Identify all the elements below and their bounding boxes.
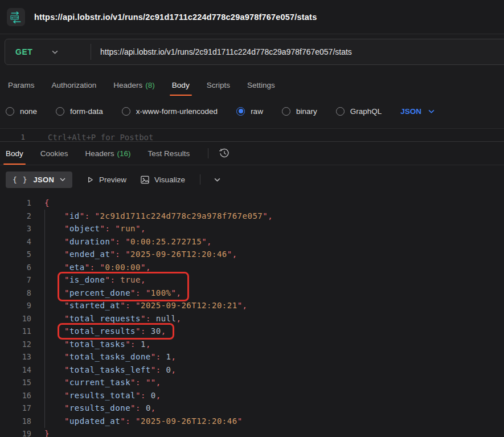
- method-select[interactable]: GET: [5, 39, 91, 64]
- code-text: "duration": "0:00:25.272715",: [44, 235, 212, 248]
- code-text: "started_at": "2025-09-26T12:20:21",: [44, 299, 248, 312]
- radio-label: binary: [296, 107, 317, 116]
- code-line: 17"results_done": 0,: [0, 402, 504, 415]
- visualize-button[interactable]: Visualize: [140, 175, 185, 185]
- divider: [208, 148, 208, 158]
- code-line: 18"updated_at": "2025-09-26T12:20:46": [0, 415, 504, 428]
- line-number: 15: [0, 376, 31, 389]
- response-format-select[interactable]: { } JSON: [6, 171, 72, 188]
- line-number: 16: [0, 389, 31, 402]
- tab-count: (16): [117, 149, 131, 158]
- code-line: 15"current_task": "",: [0, 376, 504, 389]
- radio-unselected-icon: [56, 107, 64, 116]
- tab-label: Params: [8, 81, 35, 89]
- request-tab-settings[interactable]: Settings: [247, 74, 275, 96]
- code-line: 2"id": "2c91d1711c224d778c29a978f767e057…: [0, 210, 504, 223]
- line-number: 5: [0, 248, 31, 261]
- radio-label: raw: [251, 107, 263, 116]
- http-request-icon: HTTP: [7, 8, 25, 26]
- code-line: 1{: [0, 197, 504, 210]
- code-line: 9"started_at": "2025-09-26T12:20:21",: [0, 299, 504, 312]
- chevron-down-icon: [60, 178, 65, 181]
- body-type-binary[interactable]: binary: [282, 107, 317, 116]
- line-number: 9: [0, 299, 31, 312]
- radio-unselected-icon: [122, 107, 130, 116]
- body-type-raw[interactable]: raw: [236, 107, 263, 116]
- response-body-viewer[interactable]: 1{2"id": "2c91d1711c224d778c29a978f767e0…: [0, 194, 504, 437]
- request-body-editor[interactable]: 1 Ctrl+Alt+P for Postbot: [0, 128, 504, 141]
- code-text: "ended_at": "2025-09-26T12:20:46",: [44, 248, 237, 261]
- tab-label: Body: [172, 81, 190, 89]
- request-tab-body[interactable]: Body: [172, 74, 190, 96]
- line-number: 11: [0, 325, 31, 338]
- body-type-x-www-form-urlencoded[interactable]: x-www-form-urlencoded: [122, 107, 218, 116]
- postbot-hint: Ctrl+Alt+P for Postbot: [48, 129, 153, 141]
- line-number: 4: [0, 235, 31, 248]
- line-number: 6: [0, 261, 31, 274]
- response-tab-body[interactable]: Body: [6, 142, 23, 165]
- response-tab-headers[interactable]: Headers(16): [85, 142, 131, 165]
- chevron-down-icon: [428, 109, 435, 113]
- code-line: 16"results_total": 0,: [0, 389, 504, 402]
- code-text: "results_total": 0,: [44, 389, 161, 402]
- tab-count: (8): [145, 81, 155, 89]
- code-text: {: [44, 197, 50, 210]
- code-text: "total_results": 30,: [44, 325, 166, 338]
- code-line: 19}: [0, 427, 504, 437]
- code-line: 11"total_results": 30,: [0, 325, 504, 338]
- code-text: "total_tasks_done": 1,: [44, 350, 176, 364]
- visualize-label: Visualize: [154, 175, 185, 184]
- play-icon: [86, 175, 95, 184]
- radio-unselected-icon: [6, 107, 14, 116]
- app-header: HTTP https://api.lobstr.io/v1/runs/2c91d…: [0, 0, 504, 34]
- radio-unselected-icon: [282, 107, 290, 116]
- request-title: https://api.lobstr.io/v1/runs/2c91d1711c…: [34, 13, 317, 22]
- line-number: 18: [0, 415, 31, 428]
- url-input[interactable]: https://api.lobstr.io/v1/runs/2c91d1711c…: [91, 47, 352, 56]
- history-icon[interactable]: [219, 148, 230, 159]
- radio-label: GraphQL: [350, 107, 382, 116]
- response-tab-cookies[interactable]: Cookies: [40, 142, 68, 165]
- request-tab-authorization[interactable]: Authorization: [52, 74, 97, 96]
- code-line: 12"total_tasks": 1,: [0, 338, 504, 351]
- line-number: 3: [0, 222, 31, 235]
- code-line: 8"percent_done": "100%",: [0, 287, 504, 300]
- code-line: 14"total_tasks_left": 0,: [0, 364, 504, 377]
- line-number: 19: [0, 427, 31, 437]
- more-options-chevron[interactable]: [214, 178, 220, 182]
- line-number: 13: [0, 350, 31, 364]
- code-text: "eta": "0:00:00",: [44, 261, 151, 274]
- code-text: "total_tasks": 1,: [44, 338, 151, 351]
- code-text: "updated_at": "2025-09-26T12:20:46": [44, 415, 243, 428]
- line-number: 10: [0, 312, 31, 325]
- body-type-row: noneform-datax-www-form-urlencodedrawbin…: [0, 101, 504, 121]
- radio-label: form-data: [70, 107, 103, 116]
- body-type-none[interactable]: none: [6, 107, 37, 116]
- line-number: 14: [0, 364, 31, 377]
- request-tab-scripts[interactable]: Scripts: [207, 74, 230, 96]
- request-tab-headers[interactable]: Headers(8): [113, 74, 155, 96]
- line-number: 7: [0, 273, 31, 287]
- response-tabs: BodyCookiesHeaders(16)Test Results: [0, 142, 504, 165]
- chevron-down-icon: [52, 50, 58, 54]
- code-text: "is_done": true,: [44, 273, 146, 287]
- tab-label: Headers: [85, 149, 114, 158]
- body-type-graphql[interactable]: GraphQL: [336, 107, 382, 116]
- tab-label: Cookies: [40, 149, 68, 158]
- request-tab-params[interactable]: Params: [8, 74, 35, 96]
- line-number: 1: [0, 197, 31, 210]
- braces-icon: { }: [13, 175, 27, 184]
- radio-label: none: [20, 107, 37, 116]
- preview-button[interactable]: Preview: [86, 175, 126, 184]
- response-tab-test-results[interactable]: Test Results: [148, 142, 190, 165]
- tab-label: Test Results: [148, 149, 190, 158]
- line-number: 12: [0, 338, 31, 351]
- code-line: 10"total_requests": null,: [0, 312, 504, 325]
- raw-language-label: JSON: [400, 107, 421, 116]
- code-text: "object": "run",: [44, 222, 146, 235]
- code-text: }: [44, 427, 50, 437]
- code-text: "total_tasks_left": 0,: [44, 364, 176, 377]
- body-type-form-data[interactable]: form-data: [56, 107, 103, 116]
- tab-label: Body: [6, 149, 23, 158]
- raw-language-select[interactable]: JSON: [400, 107, 435, 116]
